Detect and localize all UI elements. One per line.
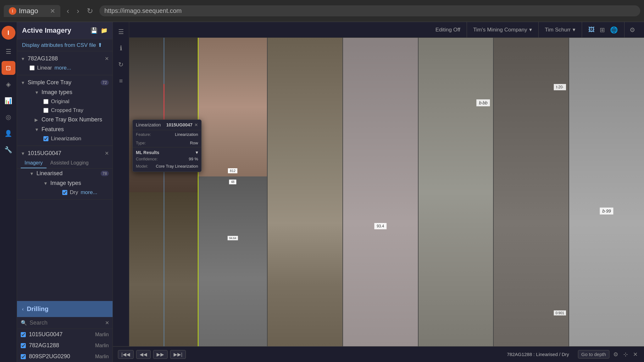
popup-ml-title: ML Results bbox=[136, 150, 159, 155]
core-col-4[interactable]: 93.4 bbox=[343, 38, 419, 346]
layers-button[interactable]: ≡ bbox=[115, 75, 127, 87]
browser-tab[interactable]: I Imago ✕ bbox=[4, 5, 60, 17]
globe-view-icon[interactable]: 🌐 bbox=[609, 25, 619, 35]
tab-assisted-logging[interactable]: Assisted Logging bbox=[47, 158, 92, 168]
entry-1015ug0047-row[interactable]: ▼ 1015UG0047 ✕ bbox=[17, 148, 113, 158]
drill-782-company: Marlin bbox=[95, 343, 109, 348]
dry-label: Dry bbox=[70, 189, 78, 196]
playback-end-button[interactable]: ▶▶| bbox=[170, 350, 186, 359]
linear-row: Linear more... bbox=[26, 64, 113, 72]
csv-link[interactable]: Display attributes from CSV file ⬆ bbox=[17, 39, 113, 51]
company-name: Tim's Mining Company bbox=[473, 27, 527, 33]
nav-menu-icon[interactable]: ☰ bbox=[2, 45, 15, 58]
entry-782ag1288-close[interactable]: ✕ bbox=[105, 56, 109, 62]
core-tray-box-numbers-row[interactable]: ▶ Core Tray Box Numbers bbox=[26, 115, 113, 125]
entry-782ag1288-label: 782AG1288 bbox=[28, 55, 103, 62]
popup-close-button[interactable]: ✕ bbox=[194, 122, 198, 127]
popup-title: Linearization bbox=[136, 122, 164, 127]
core-col-1[interactable] bbox=[129, 38, 198, 346]
editing-status: Editing Off bbox=[429, 22, 467, 37]
simple-core-tray-row[interactable]: ▼ Simple Core Tray 72 bbox=[17, 78, 113, 87]
core-col-2[interactable]: 812 48 94.64 bbox=[198, 38, 268, 346]
entry-782ag1288-row[interactable]: ▼ 782AG1288 ✕ bbox=[17, 54, 113, 64]
popup-confidence-label: Confidence: bbox=[136, 157, 158, 161]
image-types-children: Original Cropped Tray bbox=[26, 97, 113, 115]
bottom-settings-icon[interactable]: ⚙ bbox=[612, 351, 619, 358]
list-view-button[interactable]: ☰ bbox=[115, 26, 127, 38]
tab-close-button[interactable]: ✕ bbox=[50, 7, 55, 15]
user-selector[interactable]: Tim Schurr ▾ bbox=[539, 22, 582, 37]
drill-item-1015: 1015UG0047 Marlin bbox=[17, 329, 113, 340]
info-button[interactable]: ℹ bbox=[115, 42, 127, 54]
core-col-6[interactable]: t·20· 0·901 bbox=[494, 38, 569, 346]
folder-imagery-button[interactable]: 📁 bbox=[101, 27, 108, 34]
drill-782-checkbox[interactable] bbox=[21, 343, 26, 348]
drill-809-checkbox[interactable] bbox=[21, 354, 26, 359]
image-types-row[interactable]: ▼ Image types bbox=[26, 87, 113, 97]
playback-prev-button[interactable]: ◀◀ bbox=[136, 350, 151, 359]
back-button[interactable]: ‹ bbox=[64, 5, 72, 17]
tree-container: ▼ 782AG1288 ✕ Linear more... ▼ Simp bbox=[17, 51, 113, 301]
forward-button[interactable]: › bbox=[74, 5, 82, 17]
go-to-depth-button[interactable]: Go to depth bbox=[578, 350, 609, 359]
bottom-bar-label: 782AG1288 : Linearised / Dry bbox=[188, 352, 575, 357]
search-input[interactable] bbox=[30, 320, 103, 326]
save-imagery-button[interactable]: 💾 bbox=[91, 27, 97, 34]
tab-label: Imago bbox=[19, 7, 38, 15]
grid-view-icon[interactable]: ⊞ bbox=[598, 25, 606, 35]
refresh-button[interactable]: ↻ bbox=[115, 58, 127, 70]
popup-ml-header[interactable]: ML Results ▾ bbox=[136, 149, 198, 155]
drill-item-782: 782AG1288 Marlin bbox=[17, 340, 113, 351]
features-label: Features bbox=[42, 126, 109, 133]
bottom-close-icon[interactable]: ✕ bbox=[632, 351, 639, 358]
reload-button[interactable]: ↻ bbox=[84, 5, 96, 17]
active-imagery-header: Active Imagery 💾 📁 bbox=[17, 22, 113, 39]
nav-map-icon[interactable]: ◎ bbox=[2, 110, 15, 124]
cropped-tray-checkbox[interactable] bbox=[43, 108, 48, 113]
search-bar: 🔍 ✕ bbox=[17, 317, 113, 329]
bottom-crop-icon[interactable]: ⊹ bbox=[622, 351, 629, 358]
view-icons: 🖼 ⊞ 🌐 bbox=[582, 22, 625, 37]
search-clear-icon[interactable]: ✕ bbox=[105, 320, 109, 326]
nav-tools-icon[interactable]: 🔧 bbox=[2, 143, 15, 157]
popup-ml-section: ML Results ▾ Confidence: 99 % Model: Cor… bbox=[133, 147, 201, 172]
nav-analysis-icon[interactable]: ◈ bbox=[2, 77, 15, 91]
core-col-5[interactable]: b·bb bbox=[419, 38, 494, 346]
chevron-down-icon-ml: ▾ bbox=[196, 149, 198, 155]
header-actions: 💾 📁 bbox=[91, 27, 108, 34]
divider-2 bbox=[17, 146, 113, 146]
image-view-icon[interactable]: 🖼 bbox=[587, 25, 596, 35]
app-logo: I bbox=[2, 26, 15, 40]
tab-favicon: I bbox=[9, 7, 16, 15]
linear-more[interactable]: more... bbox=[54, 65, 71, 71]
original-checkbox[interactable] bbox=[43, 99, 48, 104]
popup-card: Linearization 1015UG0047 ✕ Feature: Line… bbox=[132, 120, 202, 172]
linear-checkbox[interactable] bbox=[30, 65, 35, 70]
settings-gear-icon[interactable]: ⚙ bbox=[625, 22, 640, 37]
linearised-row[interactable]: ▼ Linearised 78 bbox=[26, 169, 113, 178]
tab-imagery[interactable]: Imagery bbox=[21, 158, 47, 168]
divider-3 bbox=[17, 199, 113, 200]
drill-1015-company: Marlin bbox=[95, 332, 109, 337]
address-bar[interactable]: https://imago.seequent.com bbox=[99, 5, 640, 16]
drilling-title: Drilling bbox=[27, 305, 48, 313]
toolbar-panel: ☰ ℹ ↻ ≡ bbox=[113, 22, 129, 362]
dry-more[interactable]: more... bbox=[80, 189, 97, 196]
dry-checkbox[interactable] bbox=[62, 190, 67, 195]
core-col-3[interactable] bbox=[268, 38, 343, 346]
nav-chart-icon[interactable]: 📊 bbox=[2, 94, 15, 108]
features-row[interactable]: ▼ Features bbox=[26, 125, 113, 134]
drill-1015-checkbox[interactable] bbox=[21, 332, 26, 337]
playback-start-button[interactable]: |◀◀ bbox=[118, 350, 134, 359]
nav-user-icon[interactable]: 👤 bbox=[2, 126, 15, 140]
drilling-header[interactable]: ‹ Drilling bbox=[17, 301, 113, 317]
simple-core-tray-label: Simple Core Tray bbox=[28, 79, 101, 86]
linearization-checkbox[interactable] bbox=[43, 136, 48, 141]
playback-next-button[interactable]: ▶▶ bbox=[153, 350, 168, 359]
image-types-row-2[interactable]: ▼ Image types bbox=[40, 178, 113, 188]
search-icon: 🔍 bbox=[21, 320, 27, 326]
company-selector[interactable]: Tim's Mining Company ▾ bbox=[467, 22, 539, 37]
core-col-7[interactable]: b·99 bbox=[569, 38, 644, 346]
entry-1015ug0047-close[interactable]: ✕ bbox=[105, 150, 109, 156]
nav-imagery-icon[interactable]: ⊡ bbox=[2, 61, 15, 75]
